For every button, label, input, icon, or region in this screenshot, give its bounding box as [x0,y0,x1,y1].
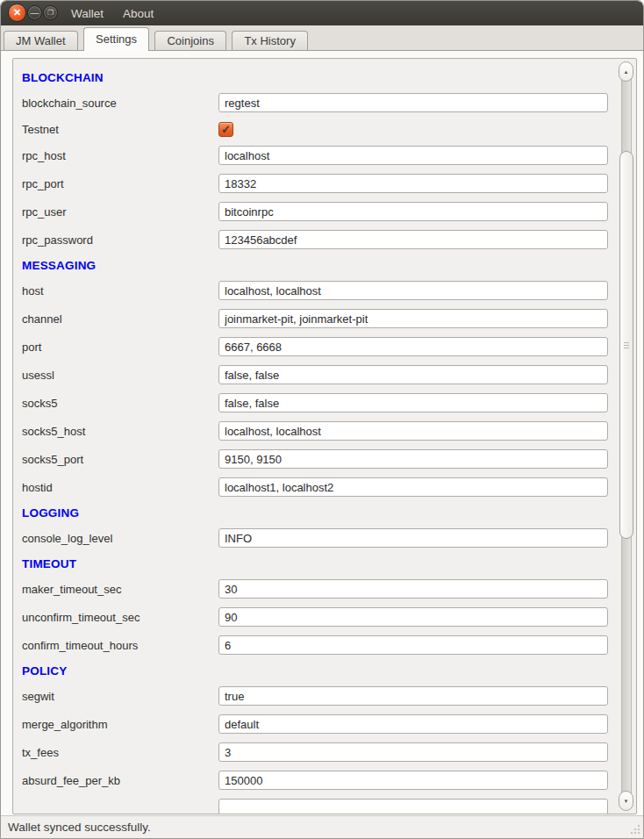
field-label: socks5_host [22,425,218,438]
settings-field-row: Testnet✓ [22,117,610,141]
channel-input[interactable] [218,309,608,328]
section-header-policy: POLICY [22,659,610,682]
menu-item-about[interactable]: About [123,7,154,20]
settings-field-row: rpc_port [22,169,610,197]
console_log_level-input[interactable] [218,528,608,548]
resize-grip-icon[interactable] [629,824,640,835]
settings-field-row: segwit [22,682,610,710]
settings-scroll-area: BLOCKCHAINblockchain_sourceTestnet✓rpc_h… [12,58,637,814]
field-label: Testnet [22,123,218,136]
section-header-messaging: MESSAGING [22,254,610,276]
host-input[interactable] [218,281,608,300]
field-label: rpc_host [22,149,218,162]
field-label: socks5_port [22,453,218,466]
field-label: rpc_password [22,233,218,247]
rpc_password-input[interactable] [218,230,608,249]
menu-item-wallet[interactable]: Wallet [71,7,104,20]
segwit-input[interactable] [218,686,608,706]
settings-form: BLOCKCHAINblockchain_sourceTestnet✓rpc_h… [13,59,613,814]
tx_fees-input[interactable] [218,742,608,762]
settings-field-row: console_log_level [22,524,610,552]
field-label: tx_fees [22,746,218,759]
settings-field-row: port [22,333,610,361]
field-label: channel [22,312,218,326]
confirm_timeout_hours-input[interactable] [218,635,608,655]
minimize-icon[interactable]: — [27,5,42,20]
section-header-blockchain: BLOCKCHAIN [22,66,610,89]
settings-field-row: maker_timeout_sec [22,575,610,603]
settings-field-row: socks5_port [22,445,610,473]
testnet-checkbox[interactable]: ✓ [218,122,233,137]
settings-field-row: merge_algorithm [22,710,610,738]
usessl-input[interactable] [218,365,608,384]
settings-pane: BLOCKCHAINblockchain_sourceTestnet✓rpc_h… [1,51,643,815]
section-header-timeout: TIMEOUT [22,552,610,575]
partial-input[interactable] [218,799,608,814]
absurd_fee_per_kb-input[interactable] [218,771,608,790]
field-label: segwit [22,690,218,703]
settings-field-row: blockchain_source [22,89,610,117]
tab-coinjoins[interactable]: Coinjoins [154,31,225,51]
field-label: host [22,284,218,298]
socks5_port-input[interactable] [218,449,608,469]
settings-field-row: socks5 [22,389,610,417]
settings-field-row: usessl [22,361,610,389]
merge_algorithm-input[interactable] [218,714,608,734]
settings-field-row: absurd_fee_per_kb [22,766,610,794]
settings-field-row [22,794,610,814]
tab-settings[interactable]: Settings [83,27,149,51]
hostid-input[interactable] [218,477,608,497]
settings-field-row: rpc_user [22,197,610,226]
settings-field-row: rpc_host [22,141,610,169]
settings-field-row: rpc_password [22,226,610,254]
scrollbar-grip [624,342,629,348]
field-label: blockchain_source [22,97,218,110]
scroll-up-icon[interactable]: ▲ [619,61,633,82]
tab-jm-wallet[interactable]: JM Wallet [4,31,78,51]
field-label: maker_timeout_sec [22,583,218,596]
section-header-logging: LOGGING [22,501,610,524]
scroll-down-icon[interactable]: ▼ [619,791,633,811]
unconfirm_timeout_sec-input[interactable] [218,607,608,627]
tab-bar: JM Wallet Settings Coinjoins Tx History [1,25,643,51]
field-label: merge_algorithm [22,718,218,731]
titlebar[interactable]: ✕ — ❐ Wallet About [1,1,643,25]
menubar: Wallet About [71,1,154,25]
tab-tx-history[interactable]: Tx History [232,31,308,51]
field-label: rpc_port [22,177,218,190]
rpc_port-input[interactable] [218,174,608,193]
field-label: unconfirm_timeout_sec [22,611,218,624]
maker_timeout_sec-input[interactable] [218,579,608,599]
status-bar: Wallet synced successfully. [1,815,643,838]
field-label: absurd_fee_per_kb [22,774,218,787]
field-label: usessl [22,369,218,382]
socks5_host-input[interactable] [218,421,608,441]
field-label: console_log_level [22,532,218,545]
wallet-window: ✕ — ❐ Wallet About JM Wallet Settings Co… [0,0,644,839]
settings-field-row: host [22,276,610,305]
blockchain_source-input[interactable] [218,93,608,112]
settings-field-row: channel [22,305,610,333]
port-input[interactable] [218,337,608,356]
scrollbar-thumb[interactable] [619,151,633,539]
settings-field-row: unconfirm_timeout_sec [22,603,610,631]
field-label: hostid [22,481,218,494]
settings-field-row: socks5_host [22,417,610,445]
status-message: Wallet synced successfully. [8,821,151,834]
close-icon[interactable]: ✕ [8,4,26,22]
rpc_host-input[interactable] [218,146,608,165]
field-label: confirm_timeout_hours [22,639,218,652]
socks5-input[interactable] [218,393,608,412]
field-label: rpc_user [22,205,218,219]
maximize-icon[interactable]: ❐ [43,5,58,20]
rpc_user-input[interactable] [218,202,608,221]
field-label: port [22,341,218,354]
vertical-scrollbar[interactable]: ▲ ▼ [619,61,634,812]
settings-field-row: hostid [22,473,610,501]
settings-field-row: confirm_timeout_hours [22,631,610,659]
field-label: socks5 [22,397,218,410]
settings-field-row: tx_fees [22,738,610,766]
